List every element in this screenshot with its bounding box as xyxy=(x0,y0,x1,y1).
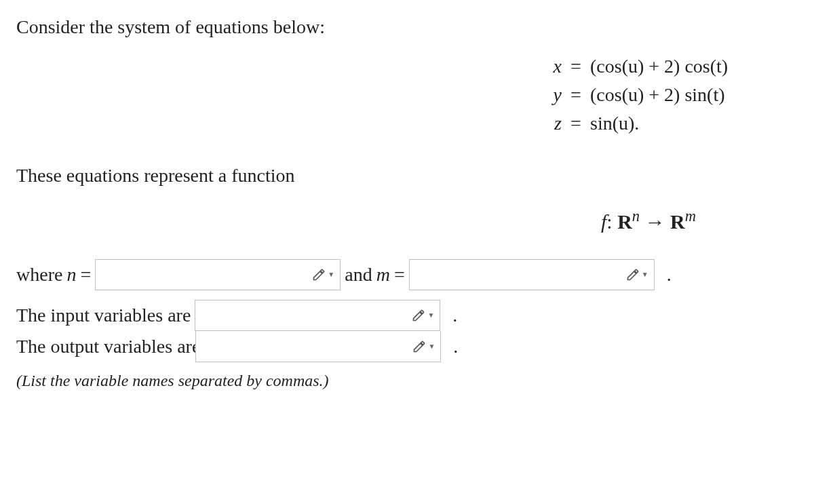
m-var: m xyxy=(376,260,390,290)
pencil-icon[interactable]: ▼ xyxy=(412,309,434,322)
hint-text: (List the variable names separated by co… xyxy=(16,372,798,390)
n-input[interactable]: ▼ xyxy=(95,259,341,290)
function-notation: f: Rn → Rm xyxy=(16,208,798,233)
intro-text: Consider the system of equations below: xyxy=(16,14,798,40)
eq-equals: = xyxy=(570,81,582,109)
chevron-down-icon: ▼ xyxy=(642,269,648,280)
eq-sign: = xyxy=(80,260,91,290)
eq-sign-2: = xyxy=(394,260,405,290)
equation-system: x = (cos(u) + 2) cos(t) y = (cos(u) + 2)… xyxy=(16,52,798,138)
input-vars-input[interactable]: ▼ xyxy=(195,300,440,331)
output-vars-row: The output variables are ▼ . xyxy=(16,331,798,362)
eq-var-x: x xyxy=(548,52,562,81)
period: . xyxy=(453,332,458,362)
pencil-icon[interactable]: ▼ xyxy=(412,340,435,353)
period: . xyxy=(667,260,672,290)
function-sentence: These equations represent a function xyxy=(16,162,798,189)
output-vars-label: The output variables are xyxy=(16,332,200,362)
m-input[interactable]: ▼ xyxy=(409,259,655,290)
period: . xyxy=(452,301,457,331)
eq-equals: = xyxy=(570,109,582,138)
pencil-icon[interactable]: ▼ xyxy=(626,268,648,282)
and-label: and xyxy=(345,260,372,290)
input-vars-label: The input variables are xyxy=(16,301,191,331)
chevron-down-icon: ▼ xyxy=(427,310,434,321)
eq-rhs-z: sin(u). xyxy=(590,109,760,138)
equation-x: x = (cos(u) + 2) cos(t) xyxy=(16,52,760,81)
eq-var-z: z xyxy=(548,109,562,138)
chevron-down-icon: ▼ xyxy=(428,341,435,352)
eq-var-y: y xyxy=(548,81,562,109)
equation-z: z = sin(u). xyxy=(16,109,760,138)
chevron-down-icon: ▼ xyxy=(328,269,334,280)
input-vars-row: The input variables are ▼ . xyxy=(16,300,798,331)
eq-rhs-y: (cos(u) + 2) sin(t) xyxy=(590,81,760,109)
eq-rhs-x: (cos(u) + 2) cos(t) xyxy=(590,52,760,81)
n-var: n xyxy=(66,260,76,290)
output-vars-input[interactable]: ▼ xyxy=(195,331,441,362)
pencil-icon[interactable]: ▼ xyxy=(312,268,334,282)
where-label: where xyxy=(16,260,62,290)
equation-y: y = (cos(u) + 2) sin(t) xyxy=(16,81,760,109)
nm-row: where n = ▼ and m = ▼ . xyxy=(16,259,798,290)
eq-equals: = xyxy=(570,52,582,81)
